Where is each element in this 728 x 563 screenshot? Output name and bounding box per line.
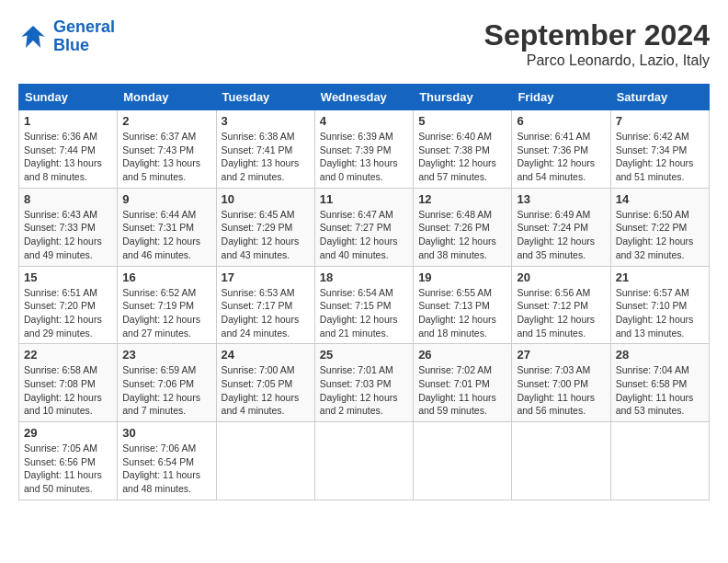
day-cell: 18Sunrise: 6:54 AM Sunset: 7:15 PM Dayli… [314,266,413,344]
day-cell: 6Sunrise: 6:41 AM Sunset: 7:36 PM Daylig… [512,110,610,189]
day-cell: 25Sunrise: 7:01 AM Sunset: 7:03 PM Dayli… [314,344,413,422]
calendar-subtitle: Parco Leonardo, Lazio, Italy [484,52,710,69]
day-cell: 20Sunrise: 6:56 AM Sunset: 7:12 PM Dayli… [512,266,610,344]
calendar-week-row: 8Sunrise: 6:43 AM Sunset: 7:33 PM Daylig… [19,188,710,266]
day-cell: 26Sunrise: 7:02 AM Sunset: 7:01 PM Dayli… [414,344,512,422]
day-cell: 12Sunrise: 6:48 AM Sunset: 7:26 PM Dayli… [414,188,512,266]
day-number: 24 [222,348,310,362]
day-cell: 9Sunrise: 6:44 AM Sunset: 7:31 PM Daylig… [118,188,216,266]
day-cell: 24Sunrise: 7:00 AM Sunset: 7:05 PM Dayli… [216,344,314,422]
day-info: Sunrise: 6:59 AM Sunset: 7:06 PM Dayligh… [122,363,210,418]
day-number: 19 [418,270,506,284]
day-info: Sunrise: 6:37 AM Sunset: 7:43 PM Dayligh… [122,130,210,184]
calendar-week-row: 1Sunrise: 6:36 AM Sunset: 7:44 PM Daylig… [19,110,710,189]
day-number: 7 [616,114,704,128]
day-cell: 5Sunrise: 6:40 AM Sunset: 7:38 PM Daylig… [414,110,512,189]
day-number: 25 [320,348,408,362]
day-info: Sunrise: 7:06 AM Sunset: 6:54 PM Dayligh… [122,442,210,496]
day-info: Sunrise: 6:45 AM Sunset: 7:29 PM Dayligh… [222,208,310,262]
day-info: Sunrise: 6:58 AM Sunset: 7:08 PM Dayligh… [24,363,112,418]
day-cell: 3Sunrise: 6:38 AM Sunset: 7:41 PM Daylig… [216,110,314,189]
day-number: 1 [24,114,112,128]
day-number: 23 [122,348,210,362]
empty-day-cell [314,422,413,500]
day-header-tuesday: Tuesday [216,85,314,110]
svg-marker-0 [21,26,45,48]
calendar-week-row: 22Sunrise: 6:58 AM Sunset: 7:08 PM Dayli… [19,344,710,422]
day-info: Sunrise: 6:52 AM Sunset: 7:19 PM Dayligh… [122,286,210,340]
day-cell: 21Sunrise: 6:57 AM Sunset: 7:10 PM Dayli… [610,266,709,344]
day-info: Sunrise: 6:41 AM Sunset: 7:36 PM Dayligh… [517,130,605,184]
day-info: Sunrise: 6:36 AM Sunset: 7:44 PM Dayligh… [24,130,112,184]
title-block: September 2024 Parco Leonardo, Lazio, It… [484,18,710,69]
logo-text: General Blue [53,18,115,55]
empty-day-cell [216,422,314,500]
day-number: 29 [24,426,112,440]
day-number: 4 [320,114,408,128]
day-number: 2 [122,114,210,128]
day-cell: 2Sunrise: 6:37 AM Sunset: 7:43 PM Daylig… [118,110,216,189]
page-header: General Blue September 2024 Parco Leonar… [18,18,710,69]
day-number: 8 [24,192,112,206]
day-cell: 11Sunrise: 6:47 AM Sunset: 7:27 PM Dayli… [314,188,413,266]
day-number: 22 [24,348,112,362]
day-info: Sunrise: 7:00 AM Sunset: 7:05 PM Dayligh… [222,363,310,418]
day-info: Sunrise: 7:03 AM Sunset: 7:00 PM Dayligh… [517,363,605,418]
day-number: 21 [616,270,704,284]
day-info: Sunrise: 6:40 AM Sunset: 7:38 PM Dayligh… [418,130,506,184]
day-header-thursday: Thursday [414,85,512,110]
day-cell: 19Sunrise: 6:55 AM Sunset: 7:13 PM Dayli… [414,266,512,344]
day-info: Sunrise: 6:53 AM Sunset: 7:17 PM Dayligh… [222,286,310,340]
day-info: Sunrise: 6:56 AM Sunset: 7:12 PM Dayligh… [517,286,605,340]
day-number: 17 [222,270,310,284]
calendar-week-row: 29Sunrise: 7:05 AM Sunset: 6:56 PM Dayli… [19,422,710,500]
day-cell: 10Sunrise: 6:45 AM Sunset: 7:29 PM Dayli… [216,188,314,266]
day-number: 15 [24,270,112,284]
day-header-wednesday: Wednesday [314,85,413,110]
day-number: 3 [222,114,310,128]
day-info: Sunrise: 7:01 AM Sunset: 7:03 PM Dayligh… [320,363,408,418]
day-info: Sunrise: 6:38 AM Sunset: 7:41 PM Dayligh… [222,130,310,184]
day-cell: 8Sunrise: 6:43 AM Sunset: 7:33 PM Daylig… [19,188,118,266]
day-cell: 22Sunrise: 6:58 AM Sunset: 7:08 PM Dayli… [19,344,118,422]
empty-day-cell [610,422,709,500]
day-number: 9 [122,192,210,206]
calendar-title: September 2024 [484,18,710,52]
day-header-monday: Monday [118,85,216,110]
day-info: Sunrise: 6:42 AM Sunset: 7:34 PM Dayligh… [616,130,704,184]
day-number: 20 [517,270,605,284]
day-cell: 1Sunrise: 6:36 AM Sunset: 7:44 PM Daylig… [19,110,118,189]
day-cell: 17Sunrise: 6:53 AM Sunset: 7:17 PM Dayli… [216,266,314,344]
day-number: 13 [517,192,605,206]
day-number: 28 [616,348,704,362]
day-info: Sunrise: 6:57 AM Sunset: 7:10 PM Dayligh… [616,286,704,340]
calendar-header-row: SundayMondayTuesdayWednesdayThursdayFrid… [19,85,710,110]
logo: General Blue [18,18,115,55]
empty-day-cell [512,422,610,500]
day-cell: 28Sunrise: 7:04 AM Sunset: 6:58 PM Dayli… [610,344,709,422]
day-number: 10 [222,192,310,206]
day-info: Sunrise: 6:49 AM Sunset: 7:24 PM Dayligh… [517,208,605,262]
day-info: Sunrise: 6:44 AM Sunset: 7:31 PM Dayligh… [122,208,210,262]
day-cell: 15Sunrise: 6:51 AM Sunset: 7:20 PM Dayli… [19,266,118,344]
day-cell: 13Sunrise: 6:49 AM Sunset: 7:24 PM Dayli… [512,188,610,266]
day-info: Sunrise: 6:55 AM Sunset: 7:13 PM Dayligh… [418,286,506,340]
day-info: Sunrise: 7:02 AM Sunset: 7:01 PM Dayligh… [418,363,506,418]
day-number: 26 [418,348,506,362]
day-info: Sunrise: 7:04 AM Sunset: 6:58 PM Dayligh… [616,363,704,418]
logo-icon [18,22,48,52]
day-number: 18 [320,270,408,284]
calendar-table: SundayMondayTuesdayWednesdayThursdayFrid… [18,84,710,500]
day-info: Sunrise: 6:48 AM Sunset: 7:26 PM Dayligh… [418,208,506,262]
day-number: 16 [122,270,210,284]
day-cell: 4Sunrise: 6:39 AM Sunset: 7:39 PM Daylig… [314,110,413,189]
day-info: Sunrise: 6:51 AM Sunset: 7:20 PM Dayligh… [24,286,112,340]
day-number: 11 [320,192,408,206]
day-cell: 27Sunrise: 7:03 AM Sunset: 7:00 PM Dayli… [512,344,610,422]
day-cell: 16Sunrise: 6:52 AM Sunset: 7:19 PM Dayli… [118,266,216,344]
day-number: 27 [517,348,605,362]
day-info: Sunrise: 6:39 AM Sunset: 7:39 PM Dayligh… [320,130,408,184]
day-cell: 29Sunrise: 7:05 AM Sunset: 6:56 PM Dayli… [19,422,118,500]
day-cell: 7Sunrise: 6:42 AM Sunset: 7:34 PM Daylig… [610,110,709,189]
day-cell: 14Sunrise: 6:50 AM Sunset: 7:22 PM Dayli… [610,188,709,266]
